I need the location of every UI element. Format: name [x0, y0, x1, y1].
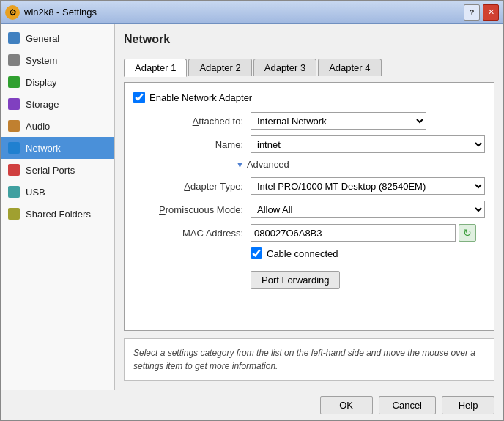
bottom-bar: OK Cancel Help [1, 390, 503, 420]
cable-connected-label: Cable connected [267, 248, 338, 259]
system-icon [7, 53, 21, 67]
serial-icon [7, 163, 21, 177]
enable-adapter-label: Enable Network Adapter [149, 92, 252, 103]
sidebar-label-network: Network [26, 143, 61, 154]
promiscuous-row: Promiscuous Mode: Deny Allow All Allow V… [133, 201, 485, 218]
tab-adapter2[interactable]: Adapter 2 [188, 59, 251, 76]
port-forwarding-button[interactable]: Port Forwarding [251, 271, 340, 289]
content-area: General System Display Storage [1, 24, 503, 390]
titlebar: ⚙ win2k8 - Settings ? ✕ [1, 1, 503, 24]
cable-connected-checkbox[interactable] [251, 247, 262, 259]
info-text: Select a settings category from the list… [133, 348, 475, 371]
shared-icon [7, 206, 21, 221]
sidebar-label-serial: Serial Ports [26, 165, 75, 176]
ok-button[interactable]: OK [320, 396, 373, 414]
advanced-label[interactable]: ▼ Advanced [236, 159, 289, 170]
tab-adapter1[interactable]: Adapter 1 [124, 59, 187, 77]
advanced-section: ▼ Advanced [133, 159, 485, 170]
refresh-mac-button[interactable]: ↻ [459, 224, 476, 242]
mac-input[interactable]: 080027O6A8B3 [251, 224, 456, 242]
titlebar-buttons: ? ✕ [464, 4, 499, 21]
sidebar-item-usb[interactable]: USB [1, 181, 114, 203]
settings-window: ⚙ win2k8 - Settings ? ✕ General [0, 0, 504, 421]
window-title: win2k8 - Settings [24, 7, 97, 18]
mac-row: MAC Address: 080027O6A8B3 ↻ [133, 224, 485, 242]
sidebar-label-audio: Audio [26, 121, 50, 132]
sidebar-label-usb: USB [26, 187, 45, 198]
display-icon [7, 75, 21, 89]
cable-connected-row: Cable connected [133, 247, 485, 259]
adapter-type-row: Adapter Type: Intel PRO/1000 MT Desktop … [133, 177, 485, 195]
tab-content: Enable Network Adapter Attached to: Inte… [124, 82, 494, 331]
close-button[interactable]: ✕ [483, 4, 499, 21]
sidebar-item-display[interactable]: Display [1, 71, 114, 93]
audio-icon [7, 119, 21, 133]
main-panel: Network Adapter 1 Adapter 2 Adapter 3 Ad… [115, 24, 503, 390]
help-button[interactable]: Help [442, 396, 494, 414]
sidebar-item-general[interactable]: General [1, 27, 114, 49]
attached-to-select[interactable]: Internal Network NAT Bridged Adapter Hos… [251, 112, 426, 130]
help-titlebar-button[interactable]: ? [464, 4, 480, 21]
titlebar-left: ⚙ win2k8 - Settings [5, 5, 97, 20]
enable-adapter-row: Enable Network Adapter [133, 92, 485, 103]
name-label: Name: [133, 139, 251, 150]
cancel-button[interactable]: Cancel [379, 396, 436, 414]
sidebar-label-storage: Storage [26, 99, 59, 110]
mac-label: MAC Address: [133, 228, 251, 239]
sidebar-item-system[interactable]: System [1, 49, 114, 71]
adapter-type-select[interactable]: Intel PRO/1000 MT Desktop (82540EM) [251, 177, 485, 195]
promiscuous-label: Promiscuous Mode: [133, 204, 251, 215]
usb-icon [7, 185, 21, 199]
promiscuous-select[interactable]: Deny Allow All Allow VMs [251, 201, 485, 218]
tab-adapter4[interactable]: Adapter 4 [318, 59, 381, 76]
info-box: Select a settings category from the list… [124, 338, 494, 381]
enable-adapter-checkbox[interactable] [133, 92, 145, 103]
sidebar-item-shared[interactable]: Shared Folders [1, 203, 114, 225]
general-icon [7, 31, 21, 45]
app-icon: ⚙ [5, 5, 20, 20]
panel-title: Network [124, 33, 494, 51]
mac-input-group: 080027O6A8B3 ↻ [251, 224, 476, 242]
sidebar-label-shared: Shared Folders [26, 209, 91, 220]
storage-icon [7, 97, 21, 111]
tab-adapter3[interactable]: Adapter 3 [253, 59, 316, 76]
adapter-type-label: Adapter Type: [133, 181, 251, 192]
attached-to-label: Attached to: [133, 116, 251, 127]
network-icon [7, 141, 21, 155]
sidebar: General System Display Storage [1, 24, 115, 390]
attached-to-row: Attached to: Internal Network NAT Bridge… [133, 112, 485, 130]
sidebar-item-serial[interactable]: Serial Ports [1, 159, 114, 181]
sidebar-label-display: Display [26, 77, 57, 88]
sidebar-item-network[interactable]: Network [1, 137, 114, 159]
sidebar-item-storage[interactable]: Storage [1, 93, 114, 115]
sidebar-label-system: System [26, 55, 57, 66]
adapter-tabs: Adapter 1 Adapter 2 Adapter 3 Adapter 4 [124, 59, 494, 76]
name-row: Name: intnet [133, 135, 485, 153]
name-select[interactable]: intnet [251, 135, 485, 153]
sidebar-label-general: General [26, 33, 59, 44]
advanced-triangle-icon: ▼ [236, 160, 244, 169]
sidebar-item-audio[interactable]: Audio [1, 115, 114, 137]
